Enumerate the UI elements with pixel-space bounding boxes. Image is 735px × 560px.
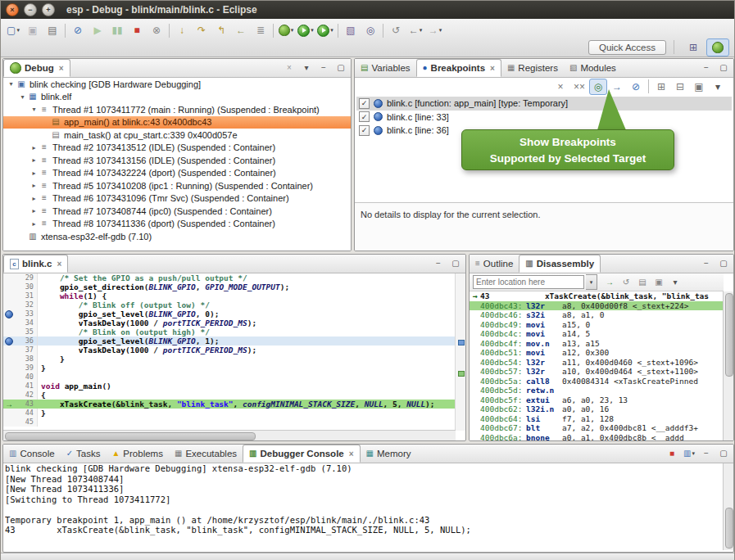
editor-line[interactable]: 42{ [3,391,456,400]
debug-tree-row[interactable]: ▾▦blink.elf [3,91,351,104]
tree-expanded-arrow-icon[interactable]: ▾ [29,106,39,113]
skip-all-breakpoints-icon[interactable]: ⊘ [627,79,645,95]
breakpoint-row[interactable]: ✓blink.c [line: 33] [356,111,732,124]
tree-collapsed-arrow-icon[interactable]: ▸ [29,207,39,215]
tab-debugger-console[interactable]: ▥Debugger Console× [243,445,361,463]
tab-blink-c[interactable]: cblink.c× [3,255,68,273]
maximize-view-icon[interactable]: ▢ [715,256,732,271]
editor-line[interactable]: 39} [3,364,456,373]
scrollbar-thumb[interactable] [5,432,256,440]
editor-annotation-gutter[interactable] [3,364,15,373]
expand-all-icon[interactable]: ⊞ [652,79,670,95]
disassembly-row[interactable]: 400dbc64:lsif7, a1, 128 [470,414,724,424]
editor-code-line[interactable]: vTaskDelay(1000 / portTICK_PERIOD_MS); [38,345,256,355]
editor-annotation-gutter[interactable] [3,382,15,391]
disassembly-row[interactable]: 400dbc6a:bnonea0, a1, 0x400dbc8b <__addd [470,433,724,441]
close-tab-icon[interactable]: × [349,449,354,458]
tab-problems[interactable]: ▲Problems [106,445,168,463]
maximize-view-icon[interactable]: ▢ [333,61,349,75]
collapse-all-icon[interactable]: ⊟ [671,79,689,95]
editor-annotation-gutter[interactable] [3,409,15,418]
editor-annotation-gutter[interactable] [3,391,15,400]
debug-tree-row[interactable]: ▸≡Thread #3 1073413156 (IDLE) (Suspended… [3,154,351,167]
overview-current-line-mark[interactable] [458,371,465,377]
step-into-icon[interactable]: ↓ [172,21,192,39]
disassembly-row[interactable]: 400dbc57:l32ra10, 0x400d0464 <_stext+110… [470,367,724,377]
editor-line[interactable]: 37 vTaskDelay(1000 / portTICK_PERIOD_MS)… [3,345,456,355]
disassembly-row[interactable]: 400dbc54:l32ra11, 0x400d0460 <_stext+109… [470,358,724,368]
editor-annotation-gutter[interactable] [3,291,15,300]
tab-console[interactable]: ▥Console [3,445,61,463]
debug-perspective-icon[interactable] [706,38,729,56]
editor-annotation-gutter[interactable] [3,318,15,327]
editor-line[interactable]: 33 gpio_set_level(BLINK_GPIO, 0); [3,309,456,318]
editor-line[interactable]: 38 } [3,355,456,364]
window-minimize-button[interactable]: − [24,3,37,16]
editor-line[interactable]: 34 vTaskDelay(1000 / portTICK_PERIOD_MS)… [3,318,456,327]
location-dropdown-icon[interactable]: ▾ [586,274,597,290]
resume-icon[interactable]: ▶ [88,21,107,39]
disassembly-row[interactable]: 400dbc5f:extuia6, a0, 23, 13 [470,395,724,405]
step-over-icon[interactable]: ↷ [192,21,211,39]
view-menu-icon[interactable]: ▾ [709,79,727,95]
editor-line[interactable]: 40 [3,373,456,382]
link-with-debug-view-icon[interactable]: ▣ [690,79,708,95]
drop-to-frame-icon[interactable]: ← [231,21,251,39]
editor-annotation-gutter[interactable] [3,282,15,291]
tree-expanded-arrow-icon[interactable]: ▾ [18,93,27,101]
tab-registers[interactable]: ▦Registers [501,59,564,77]
terminate-console-icon[interactable]: ■ [664,446,680,461]
editor-annotation-gutter[interactable] [3,309,15,318]
suspend-icon[interactable]: ▮▮ [107,21,127,39]
debug-tree-row[interactable]: ▾≡Thread #1 1073411772 (main : Running) … [3,103,351,116]
refresh-view-icon[interactable]: ↺ [618,275,634,290]
debug-tree-row[interactable]: ▥xtensa-esp32-elf-gdb (7.10) [3,230,351,243]
forward-icon[interactable]: →▾ [425,21,445,39]
disassembly-row[interactable]: 400dbc51:movia12, 0x300 [470,348,724,358]
maximize-view-icon[interactable]: ▢ [447,256,464,271]
editor-line[interactable]: 30 gpio_set_direction(BLINK_GPIO, GPIO_M… [3,282,456,291]
window-maximize-button[interactable]: + [42,3,55,16]
editor-annotation-gutter[interactable] [3,336,15,345]
editor-code-line[interactable]: while(1) { [38,291,107,300]
open-perspective-icon[interactable]: ⊞ [682,38,705,56]
remove-all-breakpoints-icon[interactable]: ×× [570,79,588,95]
new-project-icon[interactable]: ▧ [341,21,361,39]
search-icon[interactable]: ◎ [361,21,380,39]
quick-access-button[interactable]: Quick Access [588,40,666,55]
minimize-view-icon[interactable]: − [698,446,715,461]
debug-tree-row[interactable]: ▾▣blink checking [GDB Hardware Debugging… [3,78,351,91]
editor-annotation-gutter[interactable] [3,327,15,336]
remove-all-terminated-icon[interactable]: × [281,61,297,75]
debug-tree-row[interactable]: ▸≡Thread #2 1073413512 (IDLE) (Suspended… [3,142,351,155]
disassembly-row[interactable]: 400dbc67:blta7, a2, 0x400dbc81 <__adddf3… [470,423,724,433]
console-output[interactable]: blink checking [GDB Hardware Debugging] … [5,463,724,550]
tree-expanded-arrow-icon[interactable]: ▾ [7,80,16,88]
debug-icon[interactable]: ▾ [276,21,296,39]
tab-tasks[interactable]: ✓Tasks [61,445,107,463]
console-vertical-scrollbar[interactable] [723,463,733,550]
tree-collapsed-arrow-icon[interactable]: ▸ [29,156,39,164]
disassembly-vertical-scrollbar[interactable] [723,291,733,440]
editor-code-line[interactable]: xTaskCreate(&blink_task, "blink_task", c… [38,400,435,409]
debug-tree-row[interactable]: ▤main_task() at cpu_start.c:339 0x400d05… [3,129,351,142]
disassembly-row[interactable]: 400dbc4f:mov.na13, a15 [470,339,724,349]
editor-line[interactable]: 41void app_main() [3,382,456,391]
editor-code-line[interactable]: gpio_set_level(BLINK_GPIO, 1); [38,336,219,345]
close-tab-icon[interactable]: × [490,64,495,73]
maximize-view-icon[interactable]: ▢ [715,446,732,461]
debug-tree-row[interactable]: ▤app_main() at blink.c:43 0x400dbc43 [3,116,351,129]
editor-line[interactable]: →43 xTaskCreate(&blink_task, "blink_task… [3,400,456,409]
editor-annotation-gutter[interactable] [3,418,15,427]
editor-annotation-gutter[interactable] [3,273,15,282]
editor-code-line[interactable]: { [38,391,46,400]
close-tab-icon[interactable]: × [59,64,64,73]
view-menu-icon[interactable]: ▾ [667,275,683,290]
tree-collapsed-arrow-icon[interactable]: ▸ [29,195,39,202]
editor-code-line[interactable]: } [38,355,65,364]
minimize-view-icon[interactable]: − [430,256,447,271]
disconnect-icon[interactable]: ⊗ [147,21,166,39]
tab-debug[interactable]: Debug× [3,59,70,77]
tree-collapsed-arrow-icon[interactable]: ▸ [29,169,39,177]
editor-annotation-gutter[interactable]: → [3,400,15,409]
